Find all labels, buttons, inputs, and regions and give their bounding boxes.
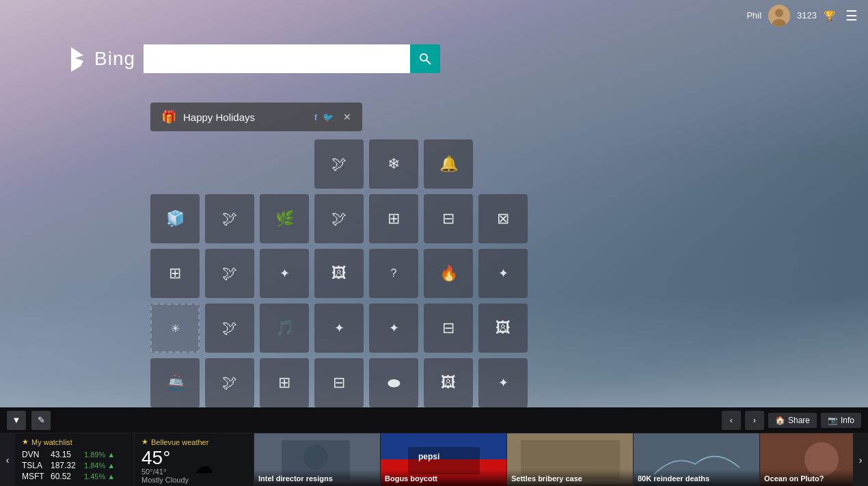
toolbar-left: ▼ ✎ <box>7 411 51 430</box>
stock-price: 43.15 <box>51 450 81 459</box>
grid-tile[interactable]: 🕊 <box>205 249 254 298</box>
stock-row-msft[interactable]: MSFT 60.52 1.45% ▲ <box>22 472 127 481</box>
news-article-intel[interactable]: Intel director resigns <box>254 433 381 486</box>
grid-tile-empty <box>205 139 254 189</box>
article-overlay: Intel director resigns <box>254 470 380 486</box>
happy-holidays-card: 🎁 Happy Holidays f 🐦 ✕ <box>150 103 362 131</box>
search-icon <box>419 53 431 65</box>
grid-tile[interactable]: ⊞ <box>369 194 418 243</box>
grid-tile[interactable]: 🖼 <box>314 249 364 298</box>
grid-tile[interactable]: 🎵 <box>260 303 309 353</box>
weather-panel[interactable]: ★ Bellevue weather 45° 50°/41° Mostly Cl… <box>135 433 254 486</box>
gift-icon: 🎁 <box>161 109 176 124</box>
weather-title: ★ Bellevue weather <box>141 437 247 446</box>
grid-tile[interactable]: 🕊 <box>205 194 254 243</box>
grid-tile[interactable]: 🧊 <box>150 194 200 243</box>
grid-tile[interactable]: 🖼 <box>424 358 473 407</box>
news-prev-button[interactable]: ‹ <box>0 433 15 486</box>
stock-symbol: TSLA <box>22 461 48 470</box>
bottom-toolbar: ▼ ✎ ‹ › 🏠 Share 📷 Info <box>0 407 868 433</box>
news-next-button[interactable]: › <box>853 433 868 486</box>
grid-tile[interactable]: 🔥 <box>424 249 473 298</box>
grid-tile[interactable]: 🕊 <box>205 303 254 353</box>
stock-price: 187.32 <box>51 461 81 470</box>
search-area: Bing <box>68 44 440 73</box>
bing-text: Bing <box>94 48 135 70</box>
weather-icon: ☁ <box>194 455 213 478</box>
grid-tile[interactable]: ⊞ <box>150 249 200 298</box>
widget-area: 🎁 Happy Holidays f 🐦 ✕ 🕊 ❄ 🔔 🧊 🕊 🌿 🕊 ⊞ ⊟… <box>150 103 528 407</box>
stock-change: 1.84% ▲ <box>84 461 115 470</box>
grid-tile[interactable]: ✦ <box>369 303 418 353</box>
grid-tile[interactable]: 🕊 <box>314 194 364 243</box>
stock-row-tsla[interactable]: TSLA 187.32 1.84% ▲ <box>22 461 127 470</box>
article-overlay: Ocean on Pluto? <box>760 470 853 486</box>
svg-point-7 <box>303 445 328 470</box>
watchlist-title: ★ My watchlist <box>22 437 127 446</box>
news-article-pepsi[interactable]: pepsi Bogus boycott <box>381 433 507 486</box>
avatar-img <box>768 5 790 27</box>
news-strip: ‹ ★ My watchlist DVN 43.15 1.89% ▲ TSLA … <box>0 433 868 486</box>
grid-tile[interactable]: ⊠ <box>478 194 528 243</box>
grid-tile[interactable]: 🖼 <box>478 303 528 353</box>
grid-tile[interactable]: 🕊 <box>314 139 364 189</box>
info-camera-icon: 📷 <box>828 416 838 425</box>
info-button[interactable]: 📷 Info <box>821 413 861 428</box>
bing-logo: Bing <box>68 46 135 72</box>
weather-star: ★ <box>141 437 148 446</box>
weather-info: 45° 50°/41° Mostly Cloudy <box>141 448 189 484</box>
stock-price: 60.52 <box>51 472 81 481</box>
svg-point-3 <box>420 54 427 61</box>
stock-change: 1.45% ▲ <box>84 472 115 481</box>
grid-tile-empty <box>260 139 309 189</box>
grid-tile[interactable]: 🔔 <box>424 139 473 189</box>
user-name: Phil <box>746 10 761 21</box>
grid-tile[interactable]: ⊟ <box>424 194 473 243</box>
next-nav-button[interactable]: › <box>745 411 764 430</box>
close-icon[interactable]: ✕ <box>343 111 351 122</box>
weather-range: 50°/41° <box>141 468 189 476</box>
news-article-reindeer[interactable]: 80K reindeer deaths <box>634 433 760 486</box>
grid-tile[interactable]: ? <box>369 249 418 298</box>
prev-nav-button[interactable]: ‹ <box>722 411 741 430</box>
grid-tile-dashed[interactable]: ✳ <box>150 303 200 353</box>
grid-tile[interactable]: ⊟ <box>314 358 364 407</box>
happy-holidays-title: Happy Holidays <box>183 111 308 123</box>
stock-row-dvn[interactable]: DVN 43.15 1.89% ▲ <box>22 450 127 459</box>
grid-tile[interactable]: ⬬ <box>369 358 418 407</box>
search-input[interactable] <box>144 44 410 73</box>
grid-tile[interactable]: ✦ <box>478 358 528 407</box>
svg-line-4 <box>426 60 431 64</box>
news-article-jp[interactable]: Settles bribery case <box>507 433 634 486</box>
grid-tile[interactable]: 🕊 <box>205 358 254 407</box>
user-avatar[interactable] <box>768 5 790 27</box>
stock-symbol: MSFT <box>22 472 48 481</box>
grid-tile[interactable]: ✦ <box>314 303 364 353</box>
facebook-link[interactable]: f <box>314 112 317 122</box>
menu-icon[interactable]: ☰ <box>845 8 858 24</box>
edit-button[interactable]: ✎ <box>31 411 51 430</box>
weather-temp: 45° <box>141 448 189 468</box>
grid-tile[interactable]: ⊟ <box>424 303 473 353</box>
scroll-down-button[interactable]: ▼ <box>7 411 26 430</box>
grid-tile[interactable]: 🌿 <box>260 194 309 243</box>
grid-tile[interactable]: ⊞ <box>260 358 309 407</box>
grid-tile[interactable]: ✦ <box>478 249 528 298</box>
share-button[interactable]: 🏠 Share <box>768 413 817 428</box>
user-points: 3123 <box>797 10 817 21</box>
svg-point-1 <box>775 9 783 17</box>
article-title: Bogus boycott <box>385 474 502 483</box>
social-links: f 🐦 <box>314 112 334 122</box>
watchlist-panel: ★ My watchlist DVN 43.15 1.89% ▲ TSLA 18… <box>15 433 135 486</box>
grid-tile[interactable]: 🚢 <box>150 358 200 407</box>
weather-row: 45° 50°/41° Mostly Cloudy ☁ <box>141 448 247 484</box>
article-title: 80K reindeer deaths <box>638 474 755 483</box>
news-article-mars[interactable]: Ocean on Pluto? <box>760 433 853 486</box>
twitter-link[interactable]: 🐦 <box>323 112 334 122</box>
stock-change: 1.89% ▲ <box>84 450 115 459</box>
grid-tile[interactable]: ✦ <box>260 249 309 298</box>
header-right: Phil 3123 🏆 ☰ <box>746 5 858 27</box>
grid-tile[interactable]: ❄ <box>369 139 418 189</box>
article-title: Intel director resigns <box>258 474 376 483</box>
search-button[interactable] <box>410 44 440 73</box>
